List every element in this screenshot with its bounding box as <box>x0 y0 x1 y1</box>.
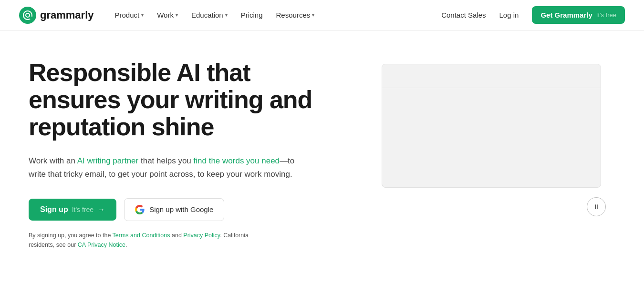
ai-writing-link[interactable]: AI writing partner <box>77 156 139 165</box>
arrow-icon: → <box>97 205 105 214</box>
contact-sales-link[interactable]: Contact Sales <box>441 11 486 19</box>
get-grammarly-button[interactable]: Get Grammarly It's free <box>532 6 625 24</box>
grammarly-logo-icon <box>19 7 36 24</box>
hero-subtitle: Work with an AI writing partner that hel… <box>29 154 305 181</box>
chevron-down-icon: ▾ <box>141 12 144 18</box>
hero-buttons: Sign up It's free → Sign up with Google <box>29 198 339 221</box>
hero-right: ⏸ <box>367 59 615 188</box>
nav-item-product[interactable]: Product ▾ <box>109 7 150 23</box>
hero-legal-text: By signing up, you agree to the Terms an… <box>29 231 267 250</box>
nav-links: Product ▾ Work ▾ Education ▾ Pricing Res… <box>109 7 442 23</box>
logo-link[interactable]: grammarly <box>19 7 94 24</box>
hero-illustration-card <box>382 64 601 188</box>
hero-left: Responsible AI that ensures your writing… <box>29 59 339 250</box>
hero-title: Responsible AI that ensures your writing… <box>29 59 339 141</box>
navbar: grammarly Product ▾ Work ▾ Education ▾ P… <box>0 0 644 30</box>
hero-card-header <box>382 64 601 88</box>
nav-item-resources[interactable]: Resources ▾ <box>270 7 321 23</box>
pause-icon: ⏸ <box>593 203 600 211</box>
svg-point-0 <box>19 7 36 24</box>
signup-button[interactable]: Sign up It's free → <box>29 199 116 221</box>
hero-section: Responsible AI that ensures your writing… <box>0 30 644 269</box>
pause-button[interactable]: ⏸ <box>587 197 606 216</box>
nav-item-pricing[interactable]: Pricing <box>235 7 269 23</box>
chevron-down-icon: ▾ <box>225 12 228 18</box>
privacy-link[interactable]: Privacy Policy <box>183 232 220 239</box>
chevron-down-icon: ▾ <box>176 12 178 18</box>
find-words-link[interactable]: find the words you need <box>194 156 280 165</box>
chevron-down-icon: ▾ <box>312 12 314 18</box>
terms-link[interactable]: Terms and Conditions <box>113 232 170 239</box>
google-icon <box>135 205 145 214</box>
logo-text: grammarly <box>40 9 94 21</box>
nav-right: Contact Sales Log in Get Grammarly It's … <box>441 6 625 24</box>
ca-privacy-link[interactable]: CA Privacy Notice <box>78 242 125 248</box>
login-link[interactable]: Log in <box>494 7 525 23</box>
signup-google-button[interactable]: Sign up with Google <box>124 198 224 221</box>
nav-item-education[interactable]: Education ▾ <box>186 7 233 23</box>
nav-item-work[interactable]: Work ▾ <box>151 7 184 23</box>
